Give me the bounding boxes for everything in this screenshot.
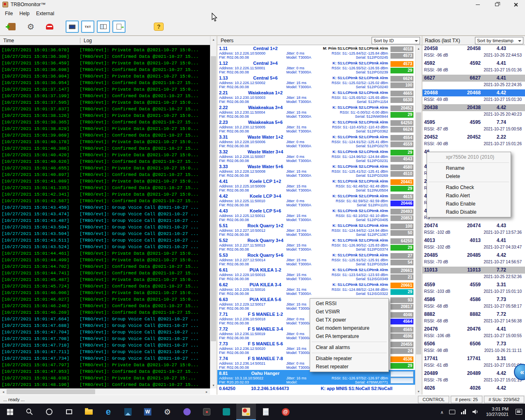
peers-vertical-scrollbar[interactable] (415, 45, 422, 395)
mnis-peer-row[interactable]: 0.64250 10.2.246.14:64473 K: app MNIS S1… (217, 385, 415, 392)
peer-row[interactable]: 5.51 Rock Quarry 1+2 K: S1:LCPtrnk S2:LC… (217, 222, 415, 237)
radio-row[interactable]: 4586 4586 7.73 RSSI: -68 dB 2021-10-27 0… (422, 296, 525, 311)
taskbar-trbomonitor[interactable] (236, 404, 256, 420)
monitor-view-button[interactable] (66, 21, 79, 33)
peer-row[interactable]: 2.22 Waiakeakua 3+4 K: S1:LCPtrnk S2:LCP… (217, 104, 415, 119)
peer-row[interactable]: 4.41 Koele LCP 1+2 K: S1:LCPtrnk S2:LCPt… (217, 178, 415, 193)
close-button[interactable] (506, 0, 525, 9)
context-menu-item[interactable]: Radio Check (428, 183, 510, 192)
peer-row[interactable]: 3.33 Waste Water 5+6 K: S1:LCPtrnk S2:LC… (217, 163, 415, 178)
taskbar-app-dark[interactable] (197, 404, 217, 420)
restore-button[interactable] (487, 0, 506, 9)
peer-row[interactable]: 6.62 PUA KILEA 3-4 K: S1:LCPtrnk S2:LCPt… (217, 281, 415, 296)
action-center-button[interactable] (513, 404, 525, 420)
peer-row[interactable]: 3.31 Waste Water 1+2 K: S1:LCPtrnk S2:LC… (217, 134, 415, 148)
menu-item[interactable]: Help (16, 10, 33, 17)
log-column-time[interactable]: Time (0, 38, 80, 43)
context-menu-item[interactable]: Clear all alarms (311, 343, 388, 352)
radio-row[interactable]: 4595 4595 7.74 RSSI: -87 dB 2021-10-27 1… (422, 119, 525, 134)
context-menu-item[interactable]: Rename (428, 164, 510, 172)
connect-button[interactable] (5, 20, 19, 33)
scroll-up-icon[interactable] (415, 45, 422, 52)
peer-row[interactable]: 5.52 Rock Quarry 3+4 K: S1:LCPtrnk S2:LC… (217, 237, 415, 252)
radio-row[interactable]: 20474 20474 4.43 RSSI: -102 dB 2021-10-2… (422, 222, 525, 237)
peer-row[interactable]: 4.42 Koele LCP 3+4 K: S1:LCPtrnk S2:LCPt… (217, 193, 415, 208)
tray-clock[interactable]: 3:01 PM 10/27/2021 (482, 406, 513, 417)
peer-row[interactable]: 1.12 Central 3+4 K: S1:LCPtrnk S2:LCPtrn… (217, 60, 415, 75)
scroll-track[interactable] (210, 43, 217, 382)
log-vertical-scrollbar[interactable] (210, 36, 217, 388)
peers-sort-dropdown[interactable]: Sort by ID (372, 37, 420, 44)
taskbar-search-button[interactable] (20, 404, 39, 420)
scroll-track[interactable] (415, 52, 422, 388)
context-menu-item[interactable]: Get modem temperature (311, 324, 388, 332)
task-view-button[interactable] (59, 404, 79, 420)
taskbar-notepad[interactable] (256, 404, 276, 420)
radio-row[interactable]: 20489 20489 4.42 RSSI: -76 dB 2021-10-27… (422, 370, 525, 385)
scroll-down-icon[interactable] (415, 388, 422, 395)
log-horizontal-scrollbar[interactable] (0, 388, 210, 395)
radio-row[interactable]: 17741 17741 3.31 RSSI: -61 dB 2021-10-27… (422, 355, 525, 370)
radio-row[interactable]: 20485 20485 4.42 RSSI: -70 dB 2021-10-27… (422, 252, 525, 267)
start-button[interactable] (0, 404, 20, 420)
help-button[interactable]: ? (152, 20, 166, 33)
radio-row[interactable]: 4559 4559 3.31 RSSI: -103 dB 2021-10-27 … (422, 281, 525, 296)
text-log-view-button[interactable]: TXT (81, 21, 94, 33)
taskbar-edge[interactable] (98, 404, 118, 420)
scroll-down-icon[interactable] (210, 382, 217, 388)
context-menu-item[interactable]: Radio Disable (428, 208, 510, 216)
scroll-thumb[interactable] (211, 56, 216, 341)
context-menu-item[interactable]: xpr7550e 2010 (2010) (428, 153, 510, 161)
scroll-thumb[interactable] (416, 112, 421, 354)
taskbar-app-purple[interactable] (177, 404, 197, 420)
radio-row[interactable]: 20458 20458 4.43 RSSI: -96 dB 2021-10-26… (422, 45, 525, 60)
radio-row[interactable]: 8882 8882 7.72 RSSI: -68 dB 2021-10-27 1… (422, 311, 525, 326)
radio-row[interactable]: 20476 20476 4.41 RSSI: -106 dB 2021-10-2… (422, 326, 525, 340)
scroll-track[interactable] (7, 389, 203, 395)
radio-row[interactable]: 11013 11013 7.72 2021-10-25 22:52:36 (422, 267, 525, 281)
log-column-log[interactable]: Log (80, 38, 217, 43)
peer-row[interactable]: 2.23 Waiakeakua 5+6 K: S1:LCPtrnk S2:LCP… (217, 119, 415, 134)
peer-row[interactable]: 1.13 Central 5+6 K: S1:LCPtrnk S2:LCPtrn… (217, 75, 415, 89)
radio-row[interactable]: 4026 4026 4.42 (422, 385, 525, 395)
radio-row[interactable]: 20468 20468 4.42 RSSI: -69 dB 2021-10-27… (422, 89, 525, 104)
peer-row[interactable]: 2.21 Waiakeakua 1+2 K: S1:LCPtrnk S2:LCP… (217, 89, 415, 104)
scroll-thumb[interactable] (7, 389, 95, 394)
tray-display[interactable] (446, 404, 458, 420)
radio-row[interactable]: 4013 4013 4.41 RSSI: -102 dB 2021-10-27 … (422, 237, 525, 252)
export-button[interactable] (112, 21, 126, 33)
radios-sort-dropdown[interactable]: Sort by timestamp (475, 37, 523, 44)
context-menu-item[interactable]: Disable repeater (311, 354, 388, 363)
tray-show-hidden-icons[interactable] (437, 404, 446, 420)
minimize-button[interactable] (468, 0, 487, 9)
taskbar-file-explorer[interactable] (79, 404, 98, 420)
radio-row[interactable]: 6627 6627 4.41 2021-10-25 22:24:35 (422, 75, 525, 89)
radio-row[interactable]: 20438 20438 4.42 2021-10-25 20:40:23 (422, 104, 525, 119)
menu-item[interactable]: File (2, 10, 16, 17)
peer-row[interactable]: 8.81 Oahu Hanger Address: 10.3.18.10:500… (217, 370, 415, 385)
control-button[interactable]: CONTROL (418, 396, 449, 403)
tray-network[interactable] (458, 404, 470, 420)
split-view-button[interactable] (97, 21, 110, 33)
peer-row[interactable]: 5.53 Rock Quarry 5+6 K: S1:LCPtrnk S2:LC… (217, 252, 415, 267)
peer-row[interactable]: 4.43 Koele LCP 5+6 K: S1:LCPtrnk S2:LCPt… (217, 208, 415, 222)
taskbar-cortana-button[interactable] (39, 404, 59, 420)
context-menu-item[interactable]: Reset repeater (311, 363, 388, 371)
taskbar-app-teal[interactable] (217, 404, 236, 420)
menu-item[interactable]: External (33, 10, 57, 17)
tray-volume[interactable] (470, 404, 482, 420)
peer-row[interactable]: 1.11 Central 1+2 M: Prim S1:LCPtrnk S2:L… (217, 45, 415, 60)
scroll-up-icon[interactable] (210, 36, 217, 43)
alarm-button[interactable] (43, 20, 57, 33)
peer-row[interactable]: 6.61 PUA KILEA 1-2 K: S1:LCPtrnk S2:LCPt… (217, 267, 415, 281)
context-menu-item[interactable]: Radio Alert (428, 192, 510, 200)
context-menu-item[interactable]: Get RSSI (311, 299, 388, 308)
scroll-right-icon[interactable] (203, 389, 210, 395)
taskbar-email[interactable] (276, 404, 295, 420)
settings-button[interactable] (24, 20, 38, 33)
taskbar-word[interactable] (138, 404, 158, 420)
context-menu-item[interactable]: Get PA temperature (311, 332, 388, 340)
context-menu-item[interactable]: Delete (428, 172, 510, 180)
radio-row[interactable]: 20452 20452 2.22 RSSI: -90 dB 2021-10-27… (422, 134, 525, 148)
context-menu-item[interactable]: Radio Enable (428, 200, 510, 208)
